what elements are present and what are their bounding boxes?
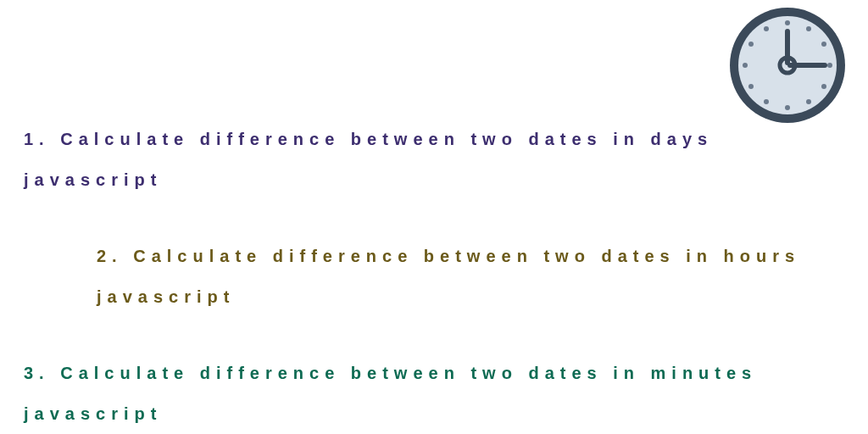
svg-point-3 — [806, 26, 811, 31]
clock-icon — [724, 2, 851, 132]
svg-point-7 — [806, 99, 811, 104]
list-item-days: 1. Calculate difference between two date… — [24, 119, 844, 200]
svg-point-5 — [827, 63, 832, 68]
list-item-minutes: 3. Calculate difference between two date… — [24, 353, 844, 434]
svg-point-2 — [785, 20, 790, 25]
svg-point-4 — [821, 42, 826, 47]
svg-point-12 — [748, 42, 754, 47]
svg-point-8 — [785, 105, 790, 110]
svg-point-6 — [821, 84, 826, 89]
svg-point-9 — [764, 99, 769, 104]
list-item-hours: 2. Calculate difference between two date… — [24, 236, 844, 317]
svg-point-11 — [743, 63, 748, 68]
topics-list: 1. Calculate difference between two date… — [24, 119, 844, 434]
svg-point-10 — [748, 84, 754, 89]
svg-point-13 — [764, 26, 769, 31]
